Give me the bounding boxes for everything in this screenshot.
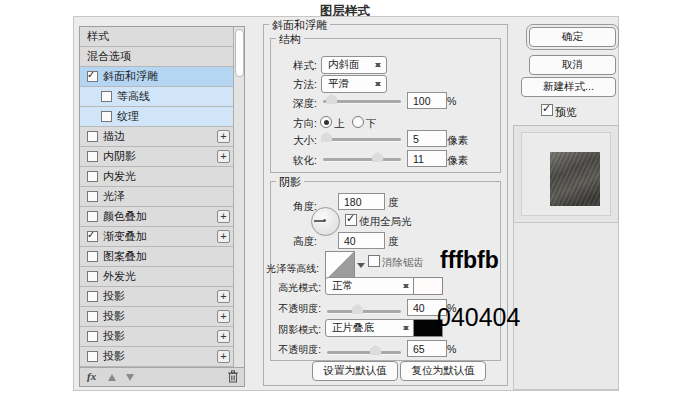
- size-unit: 像素: [447, 134, 468, 148]
- gloss-contour-thumbnail[interactable]: [325, 251, 355, 280]
- style-enable-checkbox[interactable]: [87, 171, 98, 182]
- altitude-value-field[interactable]: 40: [338, 232, 385, 249]
- style-list-item[interactable]: 光泽: [80, 187, 244, 207]
- add-effect-button[interactable]: +: [217, 310, 230, 323]
- add-effect-button[interactable]: +: [217, 350, 230, 363]
- reset-default-button[interactable]: 复位为默认值: [400, 361, 486, 381]
- add-effect-button[interactable]: +: [217, 230, 230, 243]
- add-effect-button[interactable]: +: [217, 150, 230, 163]
- soften-value-field[interactable]: 11: [407, 150, 447, 167]
- style-item-label: 混合选项: [87, 49, 131, 64]
- gloss-contour-arrow-icon[interactable]: [357, 263, 365, 268]
- use-global-light-checkbox[interactable]: [345, 214, 357, 226]
- anti-aliased-checkbox[interactable]: [368, 255, 380, 267]
- style-enable-checkbox[interactable]: [87, 211, 98, 222]
- reset-default-label: 复位为默认值: [412, 364, 475, 378]
- style-item-label: 样式: [87, 29, 109, 44]
- effects-fx-icon[interactable]: fx: [87, 370, 96, 382]
- preview-checkbox[interactable]: [541, 104, 553, 116]
- style-item-label: 颜色叠加: [103, 209, 147, 224]
- style-list-item[interactable]: 混合选项: [80, 47, 244, 67]
- layer-style-dialog-screen: 图层样式 样式混合选项斜面和浮雕等高线纹理描边+内阴影+内发光光泽颜色叠加+渐变…: [0, 0, 690, 402]
- style-list-item[interactable]: 图案叠加: [80, 247, 244, 267]
- size-value-field[interactable]: 5: [407, 130, 447, 147]
- style-item-label: 内阴影: [103, 149, 136, 164]
- shadow-opacity-slider[interactable]: [327, 351, 401, 354]
- depth-value: 100: [413, 95, 431, 107]
- style-enable-checkbox[interactable]: [87, 131, 98, 142]
- structure-group: 结构 样式: 内斜面 方法: 平滑 深度: 100 % 方向: 上: [270, 38, 501, 173]
- scrollbar-thumb[interactable]: [235, 29, 244, 77]
- bevel-style-value: 内斜面: [328, 58, 360, 72]
- move-effect-up-icon[interactable]: [108, 374, 116, 381]
- depth-value-field[interactable]: 100: [407, 92, 447, 109]
- style-list-item[interactable]: 内阴影+: [80, 147, 244, 167]
- add-effect-button[interactable]: +: [217, 130, 230, 143]
- styles-list-scrollbar[interactable]: [233, 27, 244, 368]
- style-enable-checkbox[interactable]: [101, 91, 112, 102]
- highlight-opacity-value: 40: [413, 302, 425, 314]
- style-enable-checkbox[interactable]: [87, 251, 98, 262]
- angle-dial[interactable]: [311, 207, 340, 236]
- style-list-item[interactable]: 投影+: [80, 287, 244, 307]
- style-list-item[interactable]: 渐变叠加+: [80, 227, 244, 247]
- add-effect-button[interactable]: +: [217, 290, 230, 303]
- highlight-mode-dropdown[interactable]: 正常: [325, 277, 415, 295]
- highlight-mode-value: 正常: [332, 279, 353, 293]
- angle-value-field[interactable]: 180: [338, 193, 385, 210]
- add-effect-button[interactable]: +: [217, 210, 230, 223]
- style-list-item[interactable]: 外发光: [80, 267, 244, 287]
- style-enable-checkbox[interactable]: [87, 291, 98, 302]
- set-default-button[interactable]: 设置为默认值: [312, 361, 398, 381]
- style-enable-checkbox[interactable]: [87, 271, 98, 282]
- styles-list-panel: 样式混合选项斜面和浮雕等高线纹理描边+内阴影+内发光光泽颜色叠加+渐变叠加+图案…: [79, 26, 245, 387]
- style-list-item[interactable]: 投影+: [80, 307, 244, 327]
- highlight-opacity-slider[interactable]: [327, 310, 401, 313]
- style-list-item[interactable]: 投影+: [80, 327, 244, 347]
- shadow-opacity-field[interactable]: 65: [407, 340, 447, 357]
- preview-panel: [513, 125, 619, 224]
- style-list-item[interactable]: 投影+: [80, 347, 244, 367]
- style-enable-checkbox[interactable]: [87, 311, 98, 322]
- style-enable-checkbox[interactable]: [87, 231, 98, 242]
- style-list-item[interactable]: 颜色叠加+: [80, 207, 244, 227]
- style-enable-checkbox[interactable]: [87, 191, 98, 202]
- style-list-item[interactable]: 样式: [80, 27, 244, 47]
- highlight-opacity-knob[interactable]: [352, 304, 363, 314]
- preview-well: [521, 132, 611, 216]
- style-enable-checkbox[interactable]: [87, 151, 98, 162]
- direction-up-radio[interactable]: [320, 116, 332, 128]
- depth-slider-knob[interactable]: [326, 94, 337, 104]
- new-style-button[interactable]: 新建样式...: [521, 77, 616, 97]
- soften-slider[interactable]: [323, 158, 401, 161]
- ok-button[interactable]: 确定: [529, 27, 616, 47]
- soften-slider-knob[interactable]: [372, 152, 383, 162]
- new-style-label: 新建样式...: [543, 80, 594, 94]
- altitude-label: 高度:: [271, 235, 317, 249]
- style-list-item[interactable]: 等高线: [80, 87, 244, 107]
- size-slider[interactable]: [323, 138, 401, 141]
- highlight-color-swatch[interactable]: [413, 277, 443, 295]
- direction-down-radio[interactable]: [352, 116, 364, 128]
- shadow-mode-value: 正片叠底: [332, 321, 374, 335]
- style-list-item[interactable]: 内发光: [80, 167, 244, 187]
- cancel-button[interactable]: 取消: [529, 55, 616, 75]
- technique-dropdown[interactable]: 平滑: [321, 75, 387, 93]
- style-enable-checkbox[interactable]: [87, 331, 98, 342]
- delete-effect-icon[interactable]: [227, 370, 239, 383]
- style-enable-checkbox[interactable]: [87, 71, 98, 82]
- style-list-item[interactable]: 纹理: [80, 107, 244, 127]
- style-list-item[interactable]: 斜面和浮雕: [80, 67, 244, 87]
- shadow-opacity-knob[interactable]: [370, 345, 381, 355]
- add-effect-button[interactable]: +: [217, 330, 230, 343]
- style-list-item[interactable]: 描边+: [80, 127, 244, 147]
- highlight-hex-annotation: fffbfb: [440, 247, 499, 274]
- style-enable-checkbox[interactable]: [87, 351, 98, 362]
- shadow-mode-dropdown[interactable]: 正片叠底: [325, 319, 415, 337]
- size-slider-knob[interactable]: [321, 132, 332, 142]
- style-enable-checkbox[interactable]: [101, 111, 112, 122]
- bevel-style-dropdown[interactable]: 内斜面: [321, 56, 387, 74]
- style-item-label: 投影: [103, 329, 125, 344]
- move-effect-down-icon[interactable]: [126, 374, 134, 381]
- size-label: 大小:: [271, 134, 317, 148]
